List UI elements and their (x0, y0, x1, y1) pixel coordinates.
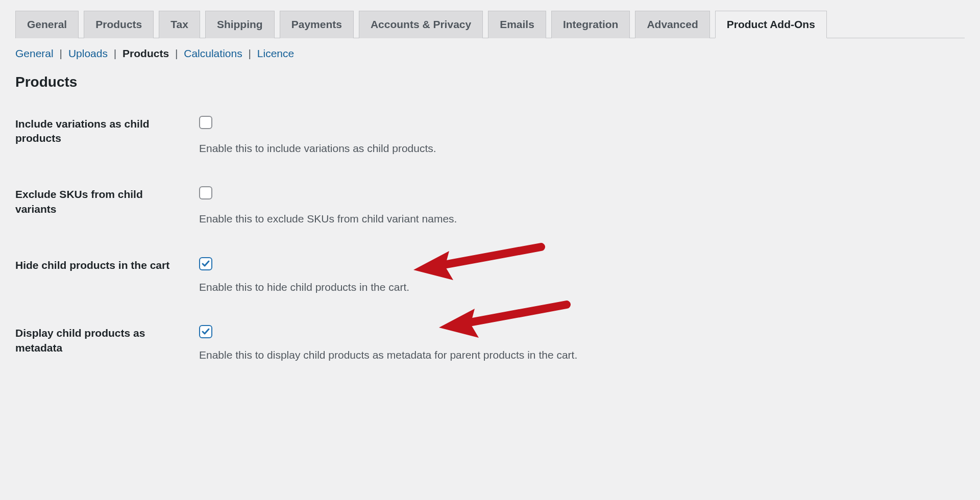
annotation-arrow-icon (413, 242, 546, 283)
tab-payments[interactable]: Payments (280, 11, 354, 38)
annotation-arrow-icon (439, 299, 572, 340)
setting-field: Enable this to include variations as chi… (199, 116, 965, 156)
separator: | (175, 47, 178, 59)
setting-include-variations: Include variations as child products Ena… (15, 116, 965, 156)
tab-shipping[interactable]: Shipping (205, 11, 275, 38)
subnav-calculations[interactable]: Calculations (184, 47, 242, 59)
subnav-uploads[interactable]: Uploads (68, 47, 108, 59)
setting-field: Enable this to exclude SKUs from child v… (199, 186, 965, 226)
setting-field: Enable this to display child products as… (199, 325, 965, 362)
settings-form: Include variations as child products Ena… (15, 116, 965, 363)
subnav-general[interactable]: General (15, 47, 54, 59)
setting-exclude-skus: Exclude SKUs from child variants Enable … (15, 186, 965, 226)
exclude-skus-checkbox[interactable] (199, 186, 212, 199)
setting-label: Hide child products in the cart (15, 257, 199, 272)
tab-accounts-privacy[interactable]: Accounts & Privacy (359, 11, 483, 38)
setting-description: Enable this to display child products as… (199, 347, 965, 362)
tab-tax[interactable]: Tax (159, 11, 200, 38)
separator: | (60, 47, 62, 59)
setting-display-child-metadata: Display child products as metadata Enabl… (15, 325, 965, 362)
setting-description: Enable this to exclude SKUs from child v… (199, 211, 965, 226)
tab-emails[interactable]: Emails (488, 11, 546, 38)
setting-label: Display child products as metadata (15, 325, 199, 355)
setting-description: Enable this to include variations as chi… (199, 141, 965, 156)
subnav-licence[interactable]: Licence (257, 47, 294, 59)
setting-hide-child-products: Hide child products in the cart Enable t… (15, 257, 965, 294)
tab-integration[interactable]: Integration (551, 11, 630, 38)
separator: | (249, 47, 251, 59)
tab-product-add-ons[interactable]: Product Add-Ons (715, 11, 827, 38)
sub-navigation: General | Uploads | Products | Calculati… (15, 47, 965, 60)
section-title: Products (15, 74, 965, 90)
hide-child-products-checkbox[interactable] (199, 257, 212, 270)
tab-advanced[interactable]: Advanced (635, 11, 709, 38)
tab-products[interactable]: Products (84, 11, 154, 38)
setting-label: Include variations as child products (15, 116, 199, 146)
tab-general[interactable]: General (15, 11, 79, 38)
setting-field: Enable this to hide child products in th… (199, 257, 965, 294)
separator: | (114, 47, 116, 59)
setting-label: Exclude SKUs from child variants (15, 186, 199, 216)
include-variations-checkbox[interactable] (199, 116, 212, 129)
display-child-metadata-checkbox[interactable] (199, 325, 212, 338)
subnav-products[interactable]: Products (122, 47, 169, 59)
setting-description: Enable this to hide child products in th… (199, 280, 965, 294)
main-tabs: General Products Tax Shipping Payments A… (15, 10, 965, 38)
